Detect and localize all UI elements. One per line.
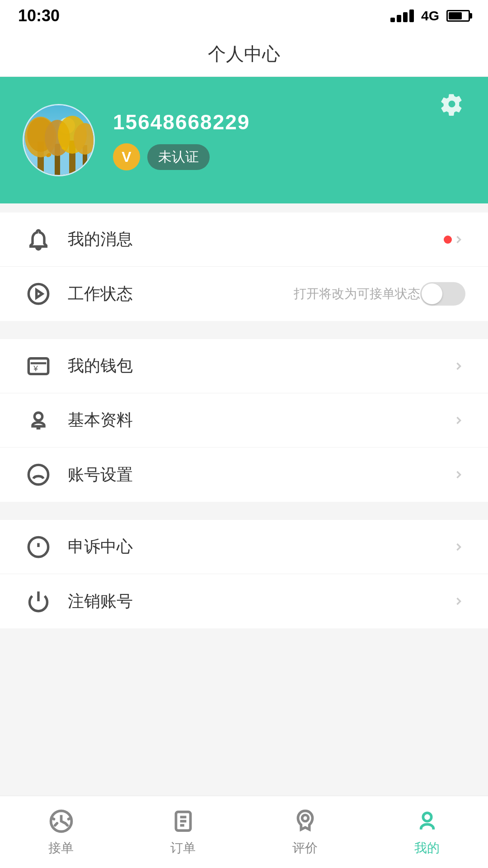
page-header: 个人中心: [0, 32, 488, 77]
toggle-thumb: [422, 283, 442, 304]
signal-icon: [390, 9, 414, 22]
notification-dot: [444, 236, 452, 244]
menu-section-3: 申诉中心 注销账号: [0, 520, 488, 628]
power-icon: [23, 585, 54, 617]
account-settings-icon: [23, 459, 54, 491]
section-gap-2: [0, 502, 488, 511]
work-status-sub: 打开将改为可接单状态: [294, 285, 420, 302]
status-bar: 10:30 4G: [0, 0, 488, 32]
nav-item-reviews[interactable]: 评价: [244, 796, 366, 868]
page-title: 个人中心: [208, 42, 280, 66]
menu-item-complaint[interactable]: 申诉中心: [0, 520, 488, 574]
order-list-nav-label: 订单: [170, 840, 196, 857]
menu-section-1: 我的消息 工作状态 打开将改为可接单状态: [0, 212, 488, 321]
menu-section-2: ¥ 我的钱包 基本资料: [0, 339, 488, 502]
messages-label: 我的消息: [68, 228, 439, 250]
section-gap-1: [0, 321, 488, 330]
svg-point-25: [302, 815, 308, 821]
account-settings-label: 账号设置: [68, 464, 452, 486]
play-icon: [23, 278, 54, 310]
mine-icon: [413, 808, 441, 835]
menu-item-work-status[interactable]: 工作状态 打开将改为可接单状态: [0, 267, 488, 321]
orders-nav-label: 接单: [48, 840, 74, 857]
bottom-spacer: [0, 628, 488, 646]
battery-icon: [446, 10, 470, 22]
deactivate-arrow: [452, 594, 465, 608]
menu-item-account-settings[interactable]: 账号设置: [0, 448, 488, 502]
orders-icon: [47, 808, 75, 835]
complaint-label: 申诉中心: [68, 536, 452, 558]
svg-point-13: [28, 284, 48, 303]
status-time: 10:30: [18, 6, 60, 25]
status-icons: 4G: [390, 8, 470, 24]
bell-icon: [23, 224, 54, 255]
profile-info: 15648668229 V 未认证: [113, 110, 250, 170]
menu-item-deactivate[interactable]: 注销账号: [0, 574, 488, 628]
profile-content: 15648668229 V 未认证: [23, 104, 465, 176]
wallet-icon: ¥: [23, 350, 54, 382]
mine-nav-label: 我的: [414, 840, 440, 857]
verify-status: 未认证: [147, 144, 210, 170]
complaint-arrow: [452, 540, 465, 554]
nav-item-orders[interactable]: 接单: [0, 796, 122, 868]
account-settings-arrow: [452, 468, 465, 481]
v-badge: V: [113, 143, 140, 170]
profile-phone: 15648668229: [113, 110, 250, 134]
profile-banner: 15648668229 V 未认证: [0, 77, 488, 203]
deactivate-label: 注销账号: [68, 590, 452, 613]
person-icon: [23, 405, 54, 436]
basic-profile-arrow: [452, 414, 465, 427]
menu-item-wallet[interactable]: ¥ 我的钱包: [0, 339, 488, 393]
network-type: 4G: [421, 8, 439, 24]
profile-badge[interactable]: V 未认证: [113, 143, 250, 170]
nav-item-mine[interactable]: 我的: [366, 796, 488, 868]
svg-text:¥: ¥: [33, 363, 38, 373]
main-content: 15648668229 V 未认证 我的消息: [0, 77, 488, 719]
reviews-icon: [291, 808, 319, 835]
menu-item-basic-profile[interactable]: 基本资料: [0, 393, 488, 448]
basic-profile-label: 基本资料: [68, 409, 452, 431]
svg-marker-14: [37, 290, 42, 297]
work-status-toggle[interactable]: [420, 282, 465, 306]
bottom-nav: 接单 订单 评价 我的: [0, 796, 488, 868]
wallet-arrow: [452, 359, 465, 373]
work-status-label: 工作状态: [68, 283, 285, 305]
menu-item-messages[interactable]: 我的消息: [0, 212, 488, 267]
wallet-label: 我的钱包: [68, 355, 452, 377]
reviews-nav-label: 评价: [292, 840, 318, 857]
avatar[interactable]: [23, 104, 95, 176]
order-list-icon: [169, 808, 197, 835]
settings-button[interactable]: [438, 90, 465, 118]
complaint-icon: [23, 531, 54, 563]
nav-item-order-list[interactable]: 订单: [122, 796, 244, 868]
messages-arrow: [452, 233, 465, 246]
